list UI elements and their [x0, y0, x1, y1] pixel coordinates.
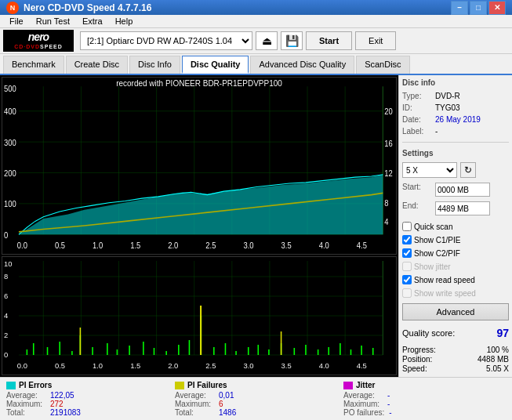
refresh-button[interactable]: ↻	[460, 162, 476, 178]
svg-text:4.0: 4.0	[319, 241, 330, 250]
close-button[interactable]: ✕	[488, 1, 506, 15]
pif-total-value: 1486	[219, 408, 236, 417]
chart-title: recorded with PIONEER BDR-PR1EPDVPP100	[116, 79, 282, 88]
speed-stat-value: 5.05 X	[486, 364, 509, 373]
svg-text:4.5: 4.5	[357, 241, 368, 250]
svg-text:16: 16	[384, 139, 392, 147]
pi-total-value: 2191083	[50, 408, 81, 417]
show-jitter-label: Show jitter	[414, 262, 451, 271]
svg-text:1.0: 1.0	[93, 362, 103, 370]
svg-text:4.0: 4.0	[319, 362, 329, 370]
start-button[interactable]: Start	[306, 31, 352, 50]
date-label: Date:	[402, 115, 432, 124]
drive-select[interactable]: [2:1] Optiarc DVD RW AD-7240S 1.04	[80, 31, 252, 50]
minimize-button[interactable]: –	[451, 1, 468, 15]
pif-total-label: Total:	[175, 408, 214, 417]
pi-avg-label: Average:	[6, 391, 45, 400]
quick-scan-checkbox[interactable]	[402, 222, 412, 231]
menubar: File Run Test Extra Help	[0, 15, 512, 28]
pi-errors-color-box	[6, 382, 16, 389]
pi-failures-title: PI Failures	[187, 381, 227, 389]
svg-text:3.0: 3.0	[243, 241, 254, 250]
show-c1pie-checkbox[interactable]	[402, 235, 412, 244]
speed-stat-label: Speed:	[402, 364, 427, 373]
svg-text:300: 300	[4, 138, 16, 147]
svg-text:2.0: 2.0	[168, 362, 178, 370]
jitter-max-value: -	[387, 400, 390, 408]
start-mb-input[interactable]	[435, 183, 490, 197]
svg-text:1.0: 1.0	[93, 241, 103, 250]
menu-extra[interactable]: Extra	[76, 15, 109, 27]
tab-benchmark[interactable]: Benchmark	[3, 56, 64, 74]
svg-text:0: 0	[4, 230, 9, 239]
svg-text:200: 200	[4, 169, 16, 178]
menu-file[interactable]: File	[3, 15, 30, 27]
jitter-avg-value: -	[387, 391, 390, 400]
end-mb-label: End:	[402, 201, 432, 215]
svg-text:0.0: 0.0	[17, 362, 27, 370]
type-value: DVD-R	[435, 92, 460, 100]
jitter-avg-label: Average:	[343, 391, 383, 400]
right-panel: Disc info Type: DVD-R ID: TYG03 Date: 26…	[398, 75, 512, 377]
svg-text:0.0: 0.0	[17, 241, 28, 250]
quick-scan-label: Quick scan	[414, 223, 452, 231]
pi-errors-chart: recorded with PIONEER BDR-PR1EPDVPP100	[2, 77, 397, 255]
date-value: 26 May 2019	[435, 115, 481, 124]
tab-disc-info[interactable]: Disc Info	[129, 56, 180, 74]
show-c2pif-checkbox[interactable]	[402, 248, 412, 258]
main-content: recorded with PIONEER BDR-PR1EPDVPP100	[0, 75, 512, 377]
save-button[interactable]: 💾	[281, 31, 303, 50]
app-title: Nero CD-DVD Speed 4.7.7.16	[24, 2, 151, 13]
pif-avg-label: Average:	[175, 391, 214, 400]
menu-run-test[interactable]: Run Test	[30, 15, 76, 27]
show-jitter-checkbox[interactable]	[402, 262, 412, 271]
pif-max-label: Maximum:	[175, 400, 214, 408]
type-label: Type:	[402, 92, 432, 100]
pi-failures-color-box	[175, 382, 184, 389]
pi-max-value: 272	[50, 400, 64, 408]
app-icon: N	[6, 2, 19, 14]
advanced-button[interactable]: Advanced	[402, 303, 509, 320]
end-mb-input[interactable]	[435, 201, 490, 215]
progress-section: Progress: 100 % Position: 4488 MB Speed:…	[402, 346, 509, 374]
pif-max-value: 6	[219, 400, 223, 408]
show-write-speed-label: Show write speed	[414, 289, 476, 298]
start-mb-label: Start:	[402, 183, 432, 197]
svg-text:8: 8	[384, 199, 388, 208]
chart-area: recorded with PIONEER BDR-PR1EPDVPP100	[0, 75, 398, 377]
show-c2pif-label: Show C2/PIF	[414, 249, 460, 258]
pi-errors-title: PI Errors	[19, 381, 52, 389]
svg-text:2.0: 2.0	[168, 241, 179, 250]
tab-create-disc[interactable]: Create Disc	[66, 56, 128, 74]
show-read-speed-checkbox[interactable]	[402, 275, 412, 284]
pi-total-label: Total:	[6, 408, 45, 417]
tab-scandisc[interactable]: ScanDisc	[356, 56, 409, 74]
tab-disc-quality[interactable]: Disc Quality	[182, 56, 249, 74]
maximize-button[interactable]: □	[470, 1, 487, 15]
pi-failures-chart: 0 2 4 6 8 10 0.0 0.5 1.0 1.5 2.0 2.5 3.0…	[2, 256, 397, 375]
toolbar: nero CD·DVDSPEED [2:1] Optiarc DVD RW AD…	[0, 28, 512, 54]
svg-text:10: 10	[4, 260, 12, 268]
titlebar: N Nero CD-DVD Speed 4.7.7.16 – □ ✕	[0, 0, 512, 15]
svg-text:8: 8	[4, 273, 8, 281]
progress-label: Progress:	[402, 346, 436, 354]
tab-advanced-disc-quality[interactable]: Advanced Disc Quality	[250, 56, 354, 74]
speed-select[interactable]: 5 X 2 X 4 X 8 X Max	[402, 162, 457, 178]
disc-label-label: Label:	[402, 127, 432, 136]
svg-text:4: 4	[4, 312, 8, 320]
show-c1pie-label: Show C1/PIE	[414, 236, 460, 244]
svg-text:2.5: 2.5	[205, 362, 216, 370]
svg-text:3.5: 3.5	[281, 241, 292, 250]
show-write-speed-checkbox[interactable]	[402, 288, 412, 298]
pi-avg-value: 122,05	[50, 391, 74, 400]
svg-text:20: 20	[384, 107, 393, 116]
id-value: TYG03	[435, 103, 460, 112]
menu-help[interactable]: Help	[109, 15, 140, 27]
svg-text:2.5: 2.5	[205, 241, 216, 250]
exit-button[interactable]: Exit	[355, 31, 396, 50]
pif-avg-value: 0,01	[219, 391, 234, 400]
po-failures-value: -	[389, 408, 391, 417]
svg-text:4.5: 4.5	[357, 362, 367, 370]
eject-button[interactable]: ⏏	[256, 31, 278, 50]
pi-errors-stats: PI Errors Average: 122,05 Maximum: 272 T…	[6, 381, 169, 417]
